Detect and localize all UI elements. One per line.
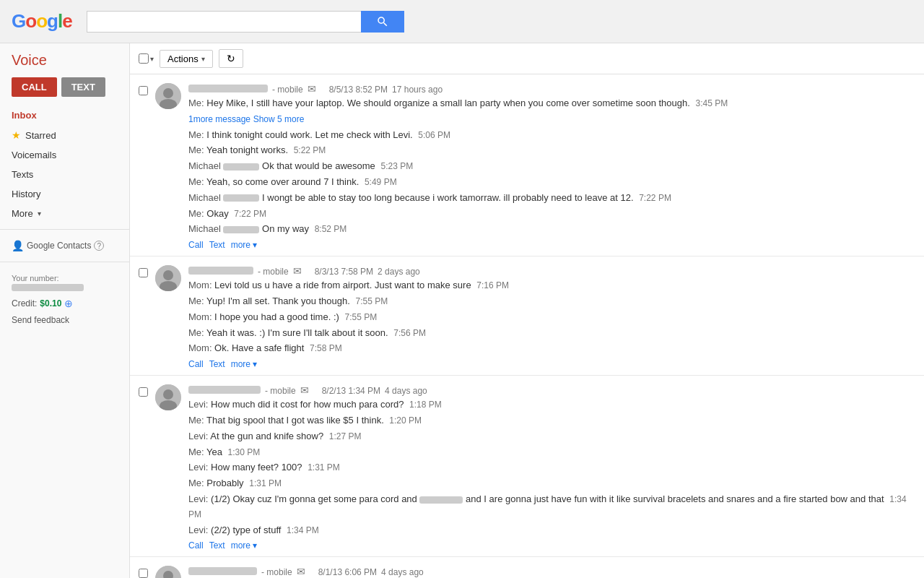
text-link[interactable]: Text [209, 240, 225, 250]
call-button[interactable]: CALL [12, 77, 57, 97]
conv-body: - mobile ✉ 8/3/13 7:58 PM 2 days ago Mom… [188, 265, 915, 369]
contact-blurred [223, 194, 259, 202]
toolbar: ▾ Actions ▾ ↻ [130, 43, 924, 74]
avatar-icon [155, 83, 181, 109]
text-link[interactable]: Text [209, 359, 225, 369]
conversations-list: - mobile ✉ 8/5/13 8:52 PM 17 hours ago M… [130, 74, 924, 578]
conv-header: - mobile ✉ 8/3/13 7:58 PM 2 days ago [188, 265, 915, 277]
sidebar-item-inbox[interactable]: Inbox [0, 105, 129, 125]
more-messages-link[interactable]: 1more message [188, 114, 250, 124]
conv-message: Levi: At the gun and knife show? 1:27 PM [188, 429, 915, 444]
select-all-wrapper: ▾ [139, 53, 154, 64]
conv-message: Levi: (2/2) type of stuff 1:34 PM [188, 523, 915, 538]
conv-checkbox[interactable] [139, 268, 148, 277]
history-label: History [12, 189, 40, 199]
voice-title: Voice [0, 52, 129, 77]
sidebar-item-voicemails[interactable]: Voicemails [0, 145, 129, 165]
sidebar-item-more[interactable]: More ▾ [0, 204, 129, 223]
svg-point-7 [163, 389, 173, 400]
conv-checkbox[interactable] [139, 387, 148, 397]
avatar [155, 265, 181, 291]
text-link[interactable]: Text [209, 540, 225, 551]
more-actions-link[interactable]: more ▾ [231, 359, 258, 369]
envelope-icon: ✉ [300, 384, 309, 396]
more-actions-link[interactable]: more ▾ [231, 240, 258, 250]
conv-header: - mobile ✉ 8/2/13 1:34 PM 4 days ago [188, 384, 915, 396]
call-link[interactable]: Call [188, 240, 204, 250]
more-actions-link[interactable]: more ▾ [231, 540, 258, 551]
checkbox-dropdown-arrow[interactable]: ▾ [150, 55, 154, 63]
more-label: More [12, 208, 33, 219]
google-logo: Google [12, 10, 72, 33]
add-credit-button[interactable]: ⊕ [64, 298, 73, 309]
inbox-label: Inbox [12, 110, 37, 121]
conv-message: Levi: How many feet? 100? 1:31 PM [188, 460, 915, 475]
conv-date: 8/1/13 6:06 PM [318, 567, 377, 577]
text-button[interactable]: TEXT [61, 77, 105, 97]
actions-button[interactable]: Actions ▾ [160, 50, 213, 68]
conv-header: - mobile ✉ 8/5/13 8:52 PM 17 hours ago [188, 83, 915, 95]
conv-checkbox[interactable] [139, 86, 148, 95]
sidebar-item-texts[interactable]: Texts [0, 165, 129, 184]
star-icon: ★ [12, 129, 21, 141]
contact-blurred [419, 496, 463, 504]
google-contacts-link[interactable]: 👤 Google Contacts ? [0, 236, 129, 256]
envelope-icon: ✉ [308, 83, 316, 95]
actions-dropdown-arrow: ▾ [201, 55, 205, 63]
call-link[interactable]: Call [188, 540, 204, 551]
conv-date: 8/5/13 8:52 PM [329, 85, 388, 95]
conv-body: - mobile ✉ 8/5/13 8:52 PM 17 hours ago M… [188, 83, 915, 250]
svg-point-4 [163, 270, 173, 280]
search-button[interactable] [361, 11, 404, 33]
your-number-value [12, 284, 84, 291]
sidebar-item-history[interactable]: History [0, 184, 129, 204]
call-link[interactable]: Call [188, 359, 204, 369]
conv-message: Me: I think tonight could work. Let me c… [188, 128, 915, 143]
conv-message: Me: Hey Mike, I still have your laptop. … [188, 96, 915, 111]
help-icon[interactable]: ? [94, 241, 104, 251]
conversation-item: - mobile ✉ 8/1/13 6:06 PM 4 days ago Kri… [130, 557, 924, 578]
actions-label: Actions [167, 53, 199, 64]
search-icon [376, 15, 389, 28]
conv-actions: Call Text more ▾ [188, 540, 915, 551]
sidebar: Voice CALL TEXT Inbox ★ Starred Voicemai… [0, 43, 130, 578]
conv-mobile: - mobile [272, 85, 303, 95]
envelope-icon: ✉ [293, 265, 302, 277]
conv-message: Michael On my way 8:52 PM [188, 222, 915, 237]
your-number-label: Your number: [12, 274, 118, 282]
conv-message: Michael Ok that would be awesome 5:23 PM [188, 159, 915, 174]
conv-message: Me: Yeah tonight works. 5:22 PM [188, 143, 915, 158]
contact-name [188, 567, 257, 575]
conv-actions: Call Text more ▾ [188, 240, 915, 250]
conv-message: Levi: How much did it cost for how much … [188, 397, 915, 413]
conv-message: Me: Yea 1:30 PM [188, 445, 915, 460]
sidebar-item-starred[interactable]: ★ Starred [0, 125, 129, 145]
conv-show-more: 1more message Show 5 more [188, 112, 915, 127]
contact-name [188, 85, 268, 92]
conv-message: Me: Probably 1:31 PM [188, 476, 915, 491]
avatar [155, 566, 181, 578]
voicemails-label: Voicemails [12, 150, 56, 160]
credit-value: $0.10 [40, 298, 61, 309]
envelope-icon: ✉ [297, 566, 305, 577]
conv-date: 8/3/13 7:58 PM [315, 267, 373, 277]
conv-mobile: - mobile [265, 386, 296, 396]
refresh-button[interactable]: ↻ [219, 49, 243, 68]
avatar-icon [155, 384, 181, 410]
select-all-checkbox[interactable] [139, 53, 149, 64]
sidebar-actions: CALL TEXT [0, 77, 129, 105]
conv-ago: 4 days ago [381, 567, 424, 577]
send-feedback-link[interactable]: Send feedback [12, 315, 118, 325]
conv-checkbox[interactable] [139, 569, 148, 578]
show-5-more-link[interactable]: Show 5 more [253, 114, 305, 124]
search-input[interactable] [87, 11, 361, 33]
conv-ago: 17 hours ago [392, 85, 443, 95]
conv-message: Me: Yeah it was. :) I'm sure I'll talk a… [188, 326, 915, 341]
search-bar [87, 11, 404, 33]
main-content: ▾ Actions ▾ ↻ [130, 43, 924, 578]
credit-label: Credit: [12, 298, 37, 309]
person-icon: 👤 [12, 240, 24, 251]
sidebar-divider [0, 229, 129, 230]
conv-body: - mobile ✉ 8/2/13 1:34 PM 4 days ago Lev… [188, 384, 915, 551]
header: Google [0, 0, 924, 43]
